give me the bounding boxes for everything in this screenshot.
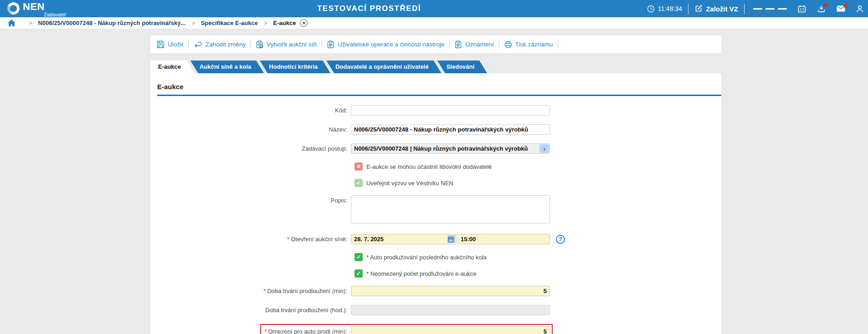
nazev-label: Název: — [157, 124, 351, 135]
save-button[interactable]: Uložit — [157, 40, 183, 48]
required-marker: * — [263, 288, 266, 294]
doba-trvani-hod-input — [351, 305, 550, 315]
doba-trvani-min-input[interactable] — [351, 286, 550, 296]
nen-logo[interactable]: NEN Zadavatel — [7, 1, 66, 17]
notification-badge — [843, 4, 847, 8]
nazev-input[interactable] — [351, 124, 550, 135]
kod-label: Kód: — [157, 105, 351, 116]
breadcrumb-item-specification[interactable]: Specifikace E-aukce — [201, 20, 258, 26]
discard-changes-button[interactable]: Zahodit změny — [194, 41, 246, 48]
help-icon[interactable]: ? — [556, 235, 565, 244]
checkbox-label: * Neomezený počet prodlužování e-aukce — [366, 270, 476, 277]
mail-button[interactable] — [837, 5, 845, 12]
cross-icon[interactable]: ✕ — [354, 162, 363, 171]
otevreni-aukcni-sine-label: *Otevření aukční síně: — [157, 234, 351, 244]
discard-changes-label: Zahodit změny — [205, 41, 246, 48]
user-button[interactable] — [856, 5, 863, 13]
omezeni-auto-prodl-label: *Omezení pro auto prodl (min): — [263, 326, 351, 334]
notices-button[interactable]: Oznámení — [455, 40, 493, 48]
create-vz-button[interactable]: Založit VZ — [694, 5, 738, 13]
e-aukce-panel: E-aukce Kód: Název: Zadávací postup: › ✕ — [150, 73, 721, 334]
otevreni-date-input[interactable] — [351, 234, 457, 244]
nen-logo-icon — [5, 0, 21, 16]
tab-sledovani[interactable]: Sledování — [437, 61, 487, 73]
tab-aukcni-sine-a-kola[interactable]: Aukční síně a kola — [190, 61, 264, 73]
checkbox-row-uverejnit-vyzvu: ✓ Uveřejnit výzvu ve Věstníku NEN — [354, 179, 714, 187]
check-icon[interactable]: ✓ — [354, 253, 363, 261]
home-icon[interactable] — [8, 20, 15, 26]
kod-input[interactable] — [351, 105, 550, 116]
required-marker: * — [287, 236, 289, 243]
validation-error-outline: *Omezení pro auto prodl (min): — [260, 324, 553, 334]
header-actions: 11:48:34 Založit VZ — [647, 0, 863, 17]
form-row-zadavaci-postup: Zadávací postup: › — [157, 143, 714, 154]
print-record-button[interactable]: Tisk záznamu — [504, 41, 553, 48]
toolbar-divider — [558, 40, 558, 48]
inbox-download-button[interactable] — [817, 5, 826, 13]
top-header: NEN Zadavatel TESTOVACÍ PROSTŘEDÍ 11:48:… — [0, 0, 868, 17]
brand-name: NEN — [23, 1, 66, 12]
form-row-nazev: Název: — [157, 124, 714, 135]
check-icon[interactable]: ✓ — [354, 179, 363, 187]
record-toolbar: Uložit Zahodit změny Vytvořit aukční síň… — [150, 35, 721, 53]
e-aukce-form: Kód: Název: Zadávací postup: › ✕ E-aukce… — [157, 96, 714, 334]
printer-icon — [504, 41, 512, 48]
doba-trvani-hod-label: Doba trvání prodloužení (hod.): — [157, 305, 351, 315]
required-marker: * — [265, 328, 267, 334]
check-icon[interactable]: ✓ — [354, 269, 363, 278]
checkbox-label: * Auto prodlužování posledního aukčního … — [366, 254, 487, 261]
user-icon — [856, 5, 863, 13]
create-auction-room-button[interactable]: Vytvořit aukční síň — [256, 40, 317, 48]
tab-dodavatele-a-opravneni-uzivatele[interactable]: Dodavatelé a oprávnění uživatelé — [326, 61, 441, 73]
calendar-button[interactable] — [798, 5, 806, 13]
user-operations-button[interactable]: Uživatelské operace a činnosti nástroje — [327, 40, 444, 48]
breadcrumb-separator: > — [29, 20, 32, 26]
toolbar-divider — [322, 40, 322, 48]
close-icon[interactable]: × — [300, 19, 308, 27]
user-operations-label: Uživatelské operace a činnosti nástroje — [338, 41, 444, 48]
popis-textarea[interactable] — [351, 195, 550, 223]
form-row-popis: Popis: — [157, 195, 714, 225]
compose-icon — [694, 5, 703, 13]
breadcrumb: > N006/25/V00007248 - Nákup různých potr… — [0, 17, 868, 29]
notices-label: Oznámení — [465, 41, 493, 48]
clipboard-icon — [455, 40, 462, 48]
page-title: E-aukce — [157, 73, 714, 91]
save-icon — [157, 40, 164, 48]
form-row-omezeni-auto-prodl: *Omezení pro auto prodl (min): — [157, 324, 714, 334]
brand-role: Zadavatel — [44, 12, 66, 17]
create-auction-room-label: Vytvořit aukční síň — [267, 41, 317, 48]
toolbar-divider — [449, 40, 450, 48]
checkbox-label: E-aukce se mohou účastnit libovolní doda… — [366, 163, 492, 170]
tab-bar: E-aukce Aukční síně a kola Hodnotící kri… — [150, 61, 721, 73]
breadcrumb-item-current: E-aukce — [273, 20, 296, 26]
form-row-doba-trvani-hod: Doba trvání prodloužení (hod.): — [157, 305, 714, 315]
chevron-right-icon[interactable]: › — [539, 144, 549, 153]
notification-badge — [824, 3, 828, 7]
tab-e-aukce[interactable]: E-aukce — [150, 61, 195, 73]
popis-label: Popis: — [157, 195, 351, 206]
omezeni-auto-prodl-input[interactable] — [351, 326, 550, 334]
form-row-kod: Kód: — [157, 105, 714, 116]
toolbar-divider — [499, 40, 499, 48]
create-vz-label: Založit VZ — [706, 5, 738, 13]
calendar-picker-icon[interactable] — [447, 235, 455, 243]
breadcrumb-separator: > — [191, 20, 195, 26]
zadavaci-postup-input[interactable] — [351, 143, 550, 154]
clock-icon — [647, 5, 655, 13]
menu-button[interactable] — [753, 7, 787, 11]
calendar-icon — [798, 5, 806, 13]
form-row-doba-trvani-min: *Doba trvání prodloužení (min): — [157, 286, 714, 296]
checkbox-row-libovolni-dodavatele: ✕ E-aukce se mohou účastnit libovolní do… — [354, 162, 714, 171]
zadavaci-postup-label: Zadávací postup: — [157, 143, 351, 154]
clipboard-refresh-icon — [256, 40, 263, 48]
clipboard-icon — [327, 40, 334, 48]
form-row-otevreni-aukcni-sine: *Otevření aukční síně: ? — [157, 234, 714, 244]
breadcrumb-item-procedure[interactable]: N006/25/V00007248 - Nákup různých potrav… — [38, 20, 186, 26]
tab-hodnotici-kriteria[interactable]: Hodnotící kritéria — [260, 61, 330, 73]
header-divider — [688, 4, 688, 14]
breadcrumb-separator: > — [264, 20, 267, 26]
otevreni-time-input[interactable] — [457, 234, 550, 244]
checkbox-label: Uveřejnit výzvu ve Věstníku NEN — [366, 180, 453, 187]
header-divider — [744, 4, 745, 14]
